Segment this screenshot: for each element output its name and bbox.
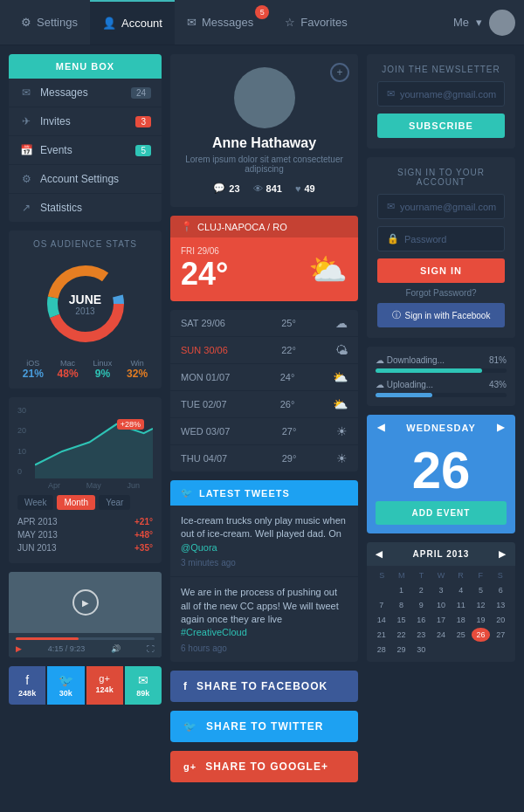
menu-item-messages[interactable]: ✉ Messages 24 — [9, 79, 162, 107]
cal-day[interactable]: 19 — [472, 613, 491, 627]
cal-day[interactable]: 21 — [372, 628, 391, 642]
share-googleplus-button[interactable]: g+ SHARE TO GOOGLE+ — [170, 751, 358, 782]
profile-add-button[interactable]: + — [330, 63, 349, 82]
social-googleplus[interactable]: g+ 124k — [86, 666, 123, 705]
download-progress-fill — [376, 368, 482, 373]
calendar-prev-icon[interactable]: ◀ — [377, 422, 385, 433]
cal-day[interactable]: 23 — [411, 628, 431, 642]
mini-cal-prev-icon[interactable]: ◀ — [376, 549, 383, 559]
filter-month[interactable]: Month — [57, 495, 95, 510]
menu-box: MENU BOX ✉ Messages 24 ✈ Invites 3 📅 Eve… — [9, 54, 162, 222]
twitter-count: 30k — [52, 689, 79, 698]
fullscreen-icon[interactable]: ⛶ — [147, 644, 155, 653]
play-icon[interactable]: ▶ — [16, 644, 22, 653]
cal-day[interactable]: 6 — [491, 583, 510, 597]
facebook-signin-icon: ⓘ — [392, 309, 401, 321]
menu-item-events[interactable]: 📅 Events 5 — [9, 136, 162, 165]
middle-column: + Anne Hathaway Lorem ipsum dolor sit am… — [170, 54, 358, 782]
cal-day[interactable]: 24 — [431, 628, 451, 642]
cal-day[interactable]: 4 — [452, 583, 471, 597]
messages-count: 24 — [131, 87, 151, 99]
add-event-button[interactable]: ADD EVENT — [376, 501, 507, 525]
cal-day[interactable]: 1 — [392, 583, 411, 597]
newsletter-email-field[interactable]: ✉ yourname@gmail.com — [377, 81, 505, 107]
nav-account[interactable]: 👤 Account — [90, 0, 175, 45]
nav-favorites-label: Favorites — [300, 16, 347, 29]
menu-item-statistics[interactable]: ↗ Statistics — [9, 194, 162, 222]
mini-cal-title: APRIL 2013 — [413, 549, 470, 559]
signin-password-field[interactable]: 🔒 Password — [377, 226, 505, 251]
nav-messages[interactable]: ✉ Messages 5 — [175, 0, 272, 45]
cal-day[interactable]: 3 — [431, 583, 451, 597]
forgot-password-link[interactable]: Forgot Password? — [377, 288, 505, 298]
video-thumbnail: ▶ — [9, 572, 162, 633]
cal-day[interactable]: 15 — [392, 613, 411, 627]
cal-day[interactable]: 8 — [392, 598, 411, 612]
sign-in-button[interactable]: SIGN IN — [377, 258, 505, 283]
chart-may-val: +48° — [134, 530, 153, 540]
cal-day[interactable]: 27 — [491, 628, 510, 642]
location-icon: 📍 — [181, 221, 193, 232]
os-linux: Linux 9% — [87, 359, 119, 380]
cal-day[interactable]: 9 — [411, 598, 431, 612]
chart-data-apr: APR 2013 +21° — [17, 515, 153, 528]
volume-icon[interactable]: 🔊 — [111, 644, 121, 653]
weather-date: FRI 29/06 — [181, 246, 228, 256]
nav-settings[interactable]: ⚙ Settings — [9, 0, 90, 45]
signin-email-field[interactable]: ✉ yourname@gmail.com — [377, 194, 505, 219]
subscribe-button[interactable]: SUBSCRIBE — [377, 114, 505, 138]
cal-day[interactable]: 18 — [452, 613, 471, 627]
cal-day[interactable]: 16 — [411, 613, 431, 627]
filter-week[interactable]: Week — [17, 495, 53, 510]
cal-day[interactable]: 25 — [452, 628, 471, 642]
cal-day[interactable]: 13 — [491, 598, 510, 612]
cal-day-today[interactable]: 26 — [472, 628, 491, 642]
nav-favorites[interactable]: ☆ Favorites — [272, 0, 359, 45]
chart-may-label: MAY 2013 — [17, 530, 58, 540]
play-button[interactable]: ▶ — [72, 589, 99, 616]
video-progress[interactable] — [16, 637, 155, 640]
cal-day[interactable]: 17 — [431, 613, 451, 627]
cal-day[interactable]: 11 — [452, 598, 471, 612]
social-email[interactable]: ✉ 89k — [125, 666, 162, 705]
menu-item-invites[interactable]: ✈ Invites 3 — [9, 107, 162, 136]
social-facebook[interactable]: f 248k — [9, 666, 45, 705]
calendar-next-icon[interactable]: ▶ — [497, 422, 505, 433]
video-controls: ▶ 4:15 / 9:23 🔊 ⛶ — [9, 633, 162, 657]
forecast-thu: THU 04/07 29° ☀ — [170, 445, 358, 471]
profile-comments: 💬 23 — [213, 182, 239, 194]
views-count: 841 — [266, 183, 282, 194]
chevron-icon: ▾ — [476, 16, 482, 29]
cal-day[interactable]: 30 — [411, 643, 431, 657]
facebook-signin-button[interactable]: ⓘ Sign in with Facebook — [377, 303, 505, 327]
weather-location: 📍 CLUJ-NAPOCA / RO — [170, 216, 358, 237]
tweets-header: 🐦 LATEST TWEETS — [170, 480, 358, 506]
cal-day[interactable]: 29 — [392, 643, 411, 657]
menu-item-account-settings[interactable]: ⚙ Account Settings — [9, 165, 162, 194]
tweet-1-link[interactable]: @Quora — [181, 542, 217, 553]
nav-user[interactable]: Me ▾ — [453, 10, 515, 36]
cal-day[interactable]: 7 — [372, 598, 391, 612]
twitter-header-icon: 🐦 — [181, 487, 194, 499]
cal-day[interactable]: 22 — [392, 628, 411, 642]
avatar[interactable] — [489, 10, 515, 36]
share-facebook-button[interactable]: f SHARE TO FACEBOOK — [170, 671, 358, 702]
facebook-share-icon: f — [183, 680, 188, 692]
mini-cal-next-icon[interactable]: ▶ — [499, 549, 507, 559]
cal-day[interactable]: 10 — [431, 598, 451, 612]
os-mac-pct: 48% — [52, 368, 84, 380]
cal-day[interactable]: 12 — [472, 598, 491, 612]
cal-day[interactable]: 28 — [372, 643, 391, 657]
share-twitter-button[interactable]: 🐦 SHARE TO TWITTER — [170, 711, 358, 742]
social-twitter[interactable]: 🐦 30k — [47, 666, 84, 705]
chart-data-jun: JUN 2013 +35° — [17, 541, 153, 554]
cal-day[interactable]: 14 — [372, 613, 391, 627]
menu-statistics-label: Statistics — [40, 202, 151, 214]
cal-day[interactable]: 5 — [472, 583, 491, 597]
cal-day[interactable]: 20 — [491, 613, 510, 627]
tweet-2-link[interactable]: #CreativeCloud — [181, 627, 247, 637]
mini-calendar: ◀ APRIL 2013 ▶ S M T W R F S 1 2 — [367, 542, 515, 662]
cal-day[interactable]: 2 — [411, 583, 431, 597]
filter-year[interactable]: Year — [99, 495, 130, 510]
heart-icon: ♥ — [295, 183, 301, 194]
